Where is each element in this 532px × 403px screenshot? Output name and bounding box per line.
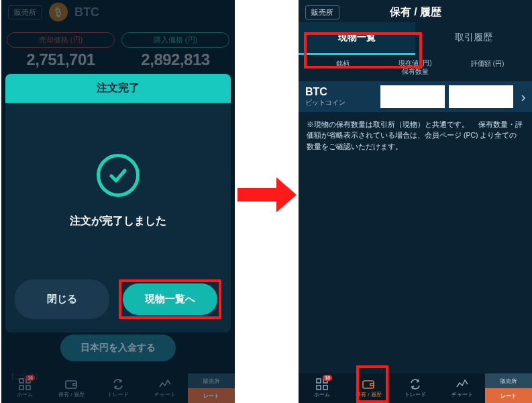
row-name-jp: ビットコイン: [305, 98, 376, 107]
chart-icon: [158, 378, 172, 390]
nav-home[interactable]: 16 ホーム: [1, 373, 48, 403]
screen-holdings: 販売所 保有 / 履歴 現物一覧 取引履歴 銘柄 現在値 (円)保有数量 評価額…: [299, 0, 532, 403]
deposit-jpy-button[interactable]: 日本円を入金する: [60, 334, 176, 361]
nav-holdings[interactable]: 保有 / 履歴: [48, 373, 95, 403]
row-value-redacted: [449, 85, 513, 108]
page-title: 保有 / 履歴: [339, 5, 525, 19]
highlight-go-list: 現物一覧へ: [119, 279, 221, 319]
nav-chart-label: チャート: [451, 391, 473, 398]
nav-home[interactable]: 16 ホーム: [299, 373, 345, 403]
svg-rect-9: [323, 386, 327, 390]
svg-rect-4: [66, 381, 76, 388]
svg-rect-6: [317, 379, 321, 383]
nav-trade[interactable]: トレード: [95, 373, 142, 403]
modal-body: 注文が完了しました: [5, 103, 231, 279]
check-circle-icon: [97, 154, 140, 197]
svg-rect-8: [317, 386, 321, 390]
tab-trade-history[interactable]: 取引履歴: [415, 22, 532, 55]
svg-rect-3: [26, 386, 30, 390]
row-symbol: BTC ビットコイン: [305, 86, 376, 107]
nav-chart[interactable]: チャート: [142, 373, 189, 403]
row-ticker: BTC: [305, 86, 376, 98]
modal-actions: 閉じる 現物一覧へ: [5, 279, 231, 332]
svg-rect-5: [73, 384, 76, 386]
nav-dealer-tab[interactable]: 販売所: [485, 373, 532, 388]
col-value: 評価額 (円): [449, 59, 525, 76]
holding-row-btc[interactable]: BTC ビットコイン ›: [299, 81, 532, 112]
chevron-right-icon: ›: [517, 89, 529, 105]
nav-trade[interactable]: トレード: [392, 373, 439, 403]
screen-order-complete: 販売所 ₿ BTC 売却価格 (円) 2,751,701 購入価格 (円) 2,…: [1, 0, 235, 403]
nav-holdings-label: 保有 / 履歴: [58, 391, 85, 398]
go-list-button[interactable]: 現物一覧へ: [123, 283, 217, 315]
nav-chart-label: チャート: [154, 391, 176, 398]
nav-dealer-tab[interactable]: 販売所: [188, 373, 235, 388]
highlight-nav-holdings: [356, 365, 388, 403]
close-button[interactable]: 閉じる: [15, 279, 109, 319]
nav-home-label: ホーム: [17, 391, 33, 398]
nav-home-label: ホーム: [314, 391, 330, 398]
order-complete-modal: 注文完了 注文が完了しました 閉じる 現物一覧へ: [5, 74, 231, 332]
nav-chart[interactable]: チャート: [439, 373, 486, 403]
chart-icon: [456, 378, 469, 390]
right-header: 販売所 保有 / 履歴: [299, 0, 532, 22]
row-current-redacted: [380, 85, 445, 108]
nav-rate-tab[interactable]: レート: [188, 388, 235, 403]
nav-trade-label: トレード: [405, 391, 426, 398]
cycle-icon: [409, 378, 422, 390]
modal-title: 注文完了: [5, 74, 231, 103]
highlight-tab: [304, 32, 422, 69]
modal-message: 注文が完了しました: [70, 214, 166, 228]
nav-subcolumn[interactable]: 販売所 レート: [188, 373, 235, 403]
cycle-icon: [111, 378, 125, 390]
bottom-nav-right: 16 ホーム 保有 / 履歴 トレード チャート 販売所 レート: [299, 373, 532, 403]
svg-rect-2: [19, 386, 23, 390]
dealer-chip[interactable]: 販売所: [305, 5, 339, 19]
wallet-icon: [64, 378, 78, 390]
footnote: ※現物の保有数量は取引所（現物）と共通です。 保有数量・評価額が省略表示されてい…: [299, 112, 532, 159]
nav-home-badge: 16: [323, 375, 332, 381]
nav-rate-tab[interactable]: レート: [485, 388, 532, 403]
nav-trade-label: トレード: [107, 391, 129, 398]
transition-arrow-icon: [236, 175, 298, 215]
bottom-nav-left: 16 ホーム 保有 / 履歴 トレード チャート 販売所 レート: [1, 373, 235, 403]
nav-subcolumn[interactable]: 販売所 レート: [485, 373, 532, 403]
nav-home-badge: 16: [25, 375, 35, 381]
svg-rect-0: [19, 379, 23, 383]
